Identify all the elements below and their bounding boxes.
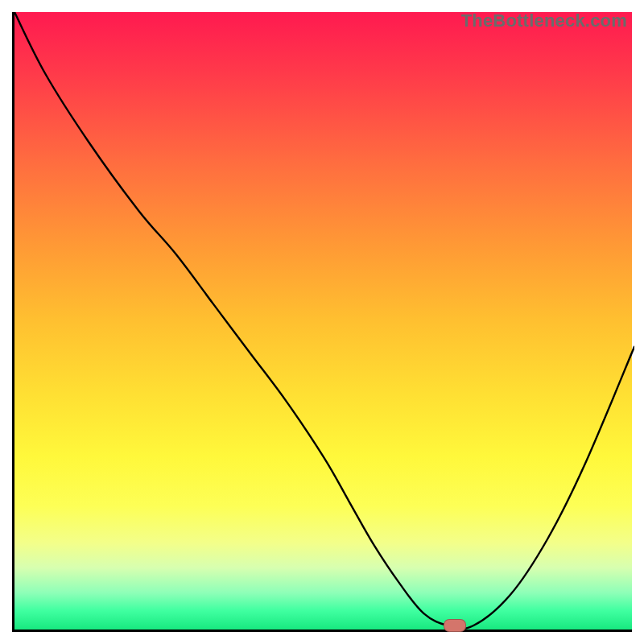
plot-area: TheBottleneck.com: [12, 12, 632, 632]
chart-container: TheBottleneck.com: [0, 0, 644, 644]
optimal-marker: [444, 619, 466, 632]
bottleneck-curve: [14, 12, 634, 632]
watermark-text: TheBottleneck.com: [461, 10, 627, 31]
